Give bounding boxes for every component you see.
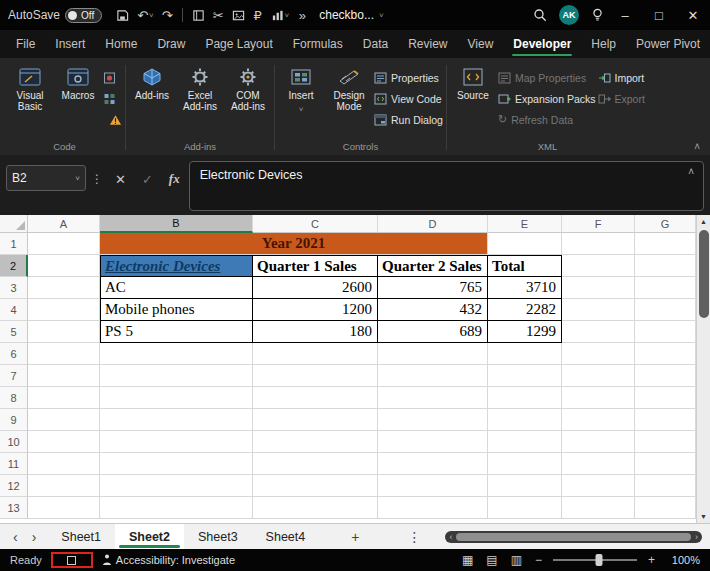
- cell-D6[interactable]: [378, 343, 488, 365]
- undo-button[interactable]: ↶˅: [133, 3, 158, 27]
- macros-button[interactable]: Macros: [55, 63, 101, 101]
- cell-G7[interactable]: [635, 365, 696, 387]
- cell-E6[interactable]: [488, 343, 562, 365]
- cell-F13[interactable]: [562, 497, 635, 519]
- cell-C6[interactable]: [253, 343, 378, 365]
- sheet-menu-button[interactable]: ⋮: [397, 529, 431, 545]
- cell-B2[interactable]: Electronic Devices: [100, 255, 253, 277]
- cell-G6[interactable]: [635, 343, 696, 365]
- cell-G2[interactable]: [635, 255, 696, 277]
- page-break-view-button[interactable]: ▥: [509, 553, 524, 567]
- cell-B10[interactable]: [100, 431, 253, 453]
- cell-C11[interactable]: [253, 453, 378, 475]
- cell-F2[interactable]: [562, 255, 635, 277]
- scroll-down-icon[interactable]: ▼: [700, 510, 707, 523]
- cell-B12[interactable]: [100, 475, 253, 497]
- cell-C12[interactable]: [253, 475, 378, 497]
- cell-A2[interactable]: [28, 255, 100, 277]
- close-button[interactable]: ✕: [676, 0, 710, 30]
- normal-view-button[interactable]: ▦: [460, 553, 475, 567]
- cell-G12[interactable]: [635, 475, 696, 497]
- cell-D10[interactable]: [378, 431, 488, 453]
- formula-input[interactable]: Electronic Devices ˄: [189, 161, 704, 211]
- cell-B1[interactable]: Year 2021: [100, 233, 488, 255]
- horizontal-scroll-thumb[interactable]: [456, 533, 691, 541]
- next-sheet-button[interactable]: ›: [25, 529, 44, 545]
- cell-B4[interactable]: Mobile phones: [100, 299, 253, 321]
- column-header-C[interactable]: C: [253, 215, 378, 233]
- zoom-level[interactable]: 100%: [666, 554, 700, 566]
- cell-C9[interactable]: [253, 409, 378, 431]
- cell-G3[interactable]: [635, 277, 696, 299]
- cell-D12[interactable]: [378, 475, 488, 497]
- cell-G1[interactable]: [635, 233, 696, 255]
- minimize-button[interactable]: –: [608, 0, 642, 30]
- collapse-formula-bar-button[interactable]: ˄: [688, 166, 694, 177]
- cell-B3[interactable]: AC: [100, 277, 253, 299]
- row-header-3[interactable]: 3: [0, 277, 28, 299]
- cell-D11[interactable]: [378, 453, 488, 475]
- row-header-6[interactable]: 6: [0, 343, 28, 365]
- previous-sheet-button[interactable]: ‹: [6, 529, 25, 545]
- cell-F12[interactable]: [562, 475, 635, 497]
- import-button[interactable]: Import: [598, 69, 645, 86]
- image-button[interactable]: [228, 3, 249, 27]
- cell-B5[interactable]: PS 5: [100, 321, 253, 343]
- cell-F11[interactable]: [562, 453, 635, 475]
- ribbon-tab-file[interactable]: File: [6, 32, 45, 58]
- cell-C4[interactable]: 1200: [253, 299, 378, 321]
- column-header-A[interactable]: A: [28, 215, 100, 233]
- row-header-7[interactable]: 7: [0, 365, 28, 387]
- add-ins-button[interactable]: Add-ins: [129, 63, 175, 101]
- cell-B13[interactable]: [100, 497, 253, 519]
- cell-B6[interactable]: [100, 343, 253, 365]
- map-properties-button[interactable]: Map Properties: [498, 69, 586, 86]
- cell-D2[interactable]: Quarter 2 Sales: [378, 255, 488, 277]
- cell-B8[interactable]: [100, 387, 253, 409]
- row-header-10[interactable]: 10: [0, 431, 28, 453]
- relative-references-button[interactable]: [103, 90, 116, 107]
- cell-E1[interactable]: [488, 233, 562, 255]
- cell-A6[interactable]: [28, 343, 100, 365]
- run-dialog-button[interactable]: Run Dialog: [374, 111, 443, 128]
- visual-basic-button[interactable]: Visual Basic: [7, 63, 53, 112]
- row-header-8[interactable]: 8: [0, 387, 28, 409]
- cell-A9[interactable]: [28, 409, 100, 431]
- more-commands-button[interactable]: »: [293, 3, 311, 27]
- cell-C8[interactable]: [253, 387, 378, 409]
- excel-add-ins-button[interactable]: Excel Add-ins: [177, 63, 223, 112]
- cut-button[interactable]: ✂: [209, 3, 228, 27]
- cell-D3[interactable]: 765: [378, 277, 488, 299]
- ribbon-tab-insert[interactable]: Insert: [45, 32, 95, 58]
- cell-E2[interactable]: Total: [488, 255, 562, 277]
- cell-E5[interactable]: 1299: [488, 321, 562, 343]
- avatar[interactable]: AK: [559, 5, 579, 25]
- row-header-9[interactable]: 9: [0, 409, 28, 431]
- autosave-toggle[interactable]: AutoSave Off: [8, 8, 102, 23]
- collapse-ribbon-button[interactable]: ˄: [694, 141, 700, 152]
- cell-F10[interactable]: [562, 431, 635, 453]
- row-header-1[interactable]: 1: [0, 233, 28, 255]
- accessibility-status[interactable]: Accessibility: Investigate: [102, 554, 235, 566]
- horizontal-scrollbar[interactable]: ‹ ›: [445, 531, 702, 543]
- ribbon-tab-page-layout[interactable]: Page Layout: [195, 32, 282, 58]
- cell-F9[interactable]: [562, 409, 635, 431]
- cell-E12[interactable]: [488, 475, 562, 497]
- macro-security-button[interactable]: [109, 111, 122, 128]
- cell-C7[interactable]: [253, 365, 378, 387]
- cell-D8[interactable]: [378, 387, 488, 409]
- cell-C13[interactable]: [253, 497, 378, 519]
- expansion-packs-button[interactable]: Expansion Packs: [498, 90, 596, 107]
- cell-F3[interactable]: [562, 277, 635, 299]
- cell-A4[interactable]: [28, 299, 100, 321]
- record-macro-button[interactable]: [103, 69, 116, 86]
- cell-F8[interactable]: [562, 387, 635, 409]
- cell-D13[interactable]: [378, 497, 488, 519]
- cell-E7[interactable]: [488, 365, 562, 387]
- cell-G8[interactable]: [635, 387, 696, 409]
- ribbon-tab-formulas[interactable]: Formulas: [283, 32, 353, 58]
- sheet-tab-sheet2[interactable]: Sheet2: [115, 524, 184, 549]
- cell-E9[interactable]: [488, 409, 562, 431]
- zoom-thumb[interactable]: [596, 554, 603, 566]
- ribbon-tab-power-pivot[interactable]: Power Pivot: [626, 32, 710, 58]
